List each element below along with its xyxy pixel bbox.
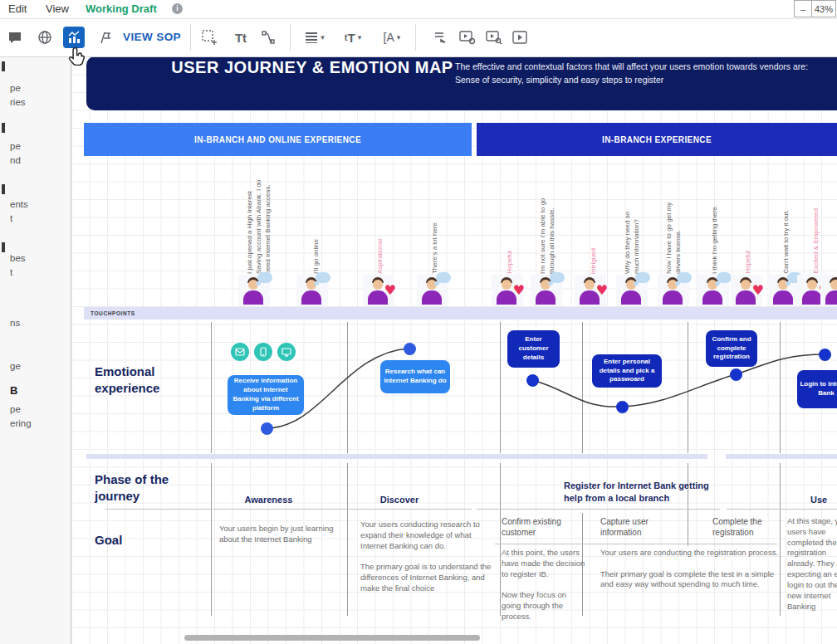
flag-icon[interactable] bbox=[94, 27, 115, 48]
panel-item[interactable]: ries bbox=[10, 97, 26, 107]
panel-item[interactable]: t bbox=[10, 267, 12, 277]
play-settings-icon[interactable] bbox=[457, 27, 478, 48]
email-icon[interactable] bbox=[231, 343, 249, 361]
panel-item[interactable]: ge bbox=[10, 361, 21, 371]
touchpoints-bar[interactable]: TOUCHPOINTS bbox=[84, 307, 727, 320]
row-label-goal[interactable]: Goal bbox=[95, 532, 122, 549]
avatar[interactable] bbox=[417, 275, 448, 306]
phase-use[interactable]: Use bbox=[810, 495, 837, 505]
avatar[interactable] bbox=[768, 275, 800, 306]
panel-item[interactable]: nd bbox=[10, 155, 21, 165]
emotion-label[interactable]: Intrigued bbox=[589, 248, 598, 274]
panel-item[interactable]: ns bbox=[10, 318, 20, 328]
quote-label[interactable]: I'm not sure I'm able to go through all … bbox=[538, 181, 558, 274]
panel-section-header[interactable]: B bbox=[10, 384, 17, 397]
info-icon[interactable]: i bbox=[172, 3, 183, 14]
emotion-label[interactable]: Hopeful bbox=[743, 251, 752, 274]
view-sop-button[interactable]: VIEW SOP bbox=[123, 31, 181, 43]
journey-step-box[interactable]: Research what can Internet Banking do bbox=[380, 360, 450, 393]
journey-map-header-card[interactable]: USER JOURNEY & EMOTION MAP The effective… bbox=[86, 56, 837, 110]
panel-item[interactable]: t bbox=[10, 213, 12, 223]
emotion-point[interactable] bbox=[526, 374, 539, 387]
row-label-phase[interactable]: Phase of the journey bbox=[95, 471, 178, 504]
emotion-point[interactable] bbox=[730, 368, 742, 381]
emotion-label[interactable]: Excited & Empowered bbox=[811, 208, 820, 274]
marquee-select-icon[interactable] bbox=[198, 27, 220, 48]
avatar[interactable] bbox=[531, 275, 562, 306]
goal-text-register[interactable]: Your users are conducting the registrati… bbox=[600, 548, 779, 590]
globe-icon[interactable] bbox=[34, 27, 56, 48]
banner-in-branch[interactable]: IN-BRANCH EXPERIENCE bbox=[477, 123, 837, 156]
goal-text-awareness[interactable]: Your users begin by just learning about … bbox=[219, 524, 344, 545]
clipped-label-fragment bbox=[2, 123, 5, 133]
quote-label[interactable]: Now I have to go get my drivers license. bbox=[664, 194, 684, 274]
panel-item[interactable]: pe bbox=[10, 83, 21, 93]
comment-icon[interactable] bbox=[4, 27, 26, 48]
avatar[interactable] bbox=[575, 275, 606, 306]
avatar[interactable] bbox=[363, 275, 394, 306]
panel-item[interactable]: ents bbox=[10, 199, 28, 209]
phase-awareness[interactable]: Awareness bbox=[213, 495, 325, 505]
substep-complete-registration[interactable]: Complete the registration bbox=[712, 516, 786, 538]
banner-in-branch-and-online[interactable]: IN-BRANCH AND ONLINE EXPERIENCE bbox=[84, 123, 472, 156]
journey-step-box[interactable]: Enter personal details and pick a passwo… bbox=[592, 354, 662, 388]
avatar[interactable] bbox=[296, 275, 328, 306]
column-divider bbox=[347, 463, 348, 616]
desktop-icon[interactable] bbox=[277, 343, 296, 361]
quote-label[interactable]: Why do they need so much information? bbox=[623, 194, 643, 274]
emotion-point[interactable] bbox=[261, 422, 273, 435]
avatar[interactable] bbox=[658, 275, 689, 306]
emotion-point[interactable] bbox=[819, 349, 831, 361]
text-size-dropdown[interactable]: tT ▾ bbox=[337, 27, 369, 48]
play-search-icon[interactable] bbox=[483, 27, 505, 48]
avatar[interactable] bbox=[698, 275, 729, 306]
connector-tool-icon[interactable] bbox=[257, 27, 279, 48]
quote-label[interactable]: I just opened a High Interest Saving acc… bbox=[245, 171, 273, 274]
quote-label[interactable]: I think I'm getting there. bbox=[710, 205, 719, 274]
panel-item[interactable]: bes bbox=[10, 253, 26, 263]
chevron-down-icon: ▾ bbox=[397, 33, 401, 41]
zoom-out-button[interactable]: – bbox=[794, 0, 812, 17]
emotion-label[interactable]: Aspirational bbox=[375, 239, 384, 274]
diagram-canvas[interactable]: USER JOURNEY & EMOTION MAP The effective… bbox=[71, 56, 837, 644]
avatar[interactable] bbox=[616, 275, 648, 306]
quote-label[interactable]: Can't wait to try it out. bbox=[781, 210, 790, 274]
avatar[interactable] bbox=[238, 275, 270, 306]
panel-item[interactable]: ering bbox=[10, 418, 32, 428]
avatar[interactable] bbox=[731, 275, 762, 306]
line-style-dropdown[interactable]: ▾ bbox=[299, 27, 330, 48]
touchpoints-bar[interactable] bbox=[726, 307, 837, 320]
emotion-label[interactable]: Hopeful bbox=[505, 251, 514, 274]
avatar[interactable] bbox=[820, 275, 837, 306]
menu-edit[interactable]: Edit bbox=[8, 2, 27, 15]
zoom-level[interactable]: 43% bbox=[811, 0, 836, 17]
journey-step-box[interactable]: Receive information about Internet Banki… bbox=[228, 375, 304, 415]
font-style-dropdown[interactable]: [A ▾ bbox=[375, 27, 409, 48]
mobile-icon[interactable] bbox=[254, 343, 272, 361]
quote-label[interactable]: I'll go online bbox=[311, 239, 321, 274]
emotion-point[interactable] bbox=[616, 401, 629, 413]
panel-item[interactable]: pe bbox=[10, 141, 21, 151]
panel-item[interactable]: pe bbox=[10, 404, 21, 414]
draft-status-label[interactable]: Working Draft bbox=[86, 2, 157, 15]
goal-text-discover[interactable]: Your users conducting research to expand… bbox=[360, 520, 492, 594]
avatar[interactable] bbox=[492, 275, 523, 306]
horizontal-scrollbar-thumb[interactable] bbox=[184, 635, 480, 641]
journey-step-box[interactable]: Confirm and complete registration bbox=[706, 330, 757, 367]
goal-text-confirm[interactable]: At this point, the users have made the d… bbox=[502, 548, 586, 622]
text-tool-icon[interactable]: Tt bbox=[230, 27, 252, 48]
substep-capture-info[interactable]: Capture user information bbox=[600, 516, 677, 538]
present-list-icon[interactable] bbox=[430, 27, 452, 48]
phase-register[interactable]: Register for Internet Bank getting help … bbox=[564, 480, 726, 505]
section-divider-bar bbox=[726, 454, 837, 459]
quote-label[interactable]: There's a lot here bbox=[430, 222, 439, 274]
menu-view[interactable]: View bbox=[46, 2, 69, 15]
journey-step-box[interactable]: Enter customer details bbox=[507, 330, 560, 368]
goal-text-use[interactable]: At this stage, your users have completed… bbox=[787, 516, 837, 612]
journey-step-box[interactable]: Login to Internet Bank bbox=[797, 370, 837, 408]
phase-discover[interactable]: Discover bbox=[354, 495, 445, 505]
play-icon[interactable] bbox=[509, 27, 531, 48]
substep-confirm-customer[interactable]: Confirm existing customer bbox=[502, 516, 578, 538]
row-label-emotional-experience[interactable]: Emotional experience bbox=[95, 363, 186, 396]
emotion-point[interactable] bbox=[404, 343, 416, 355]
